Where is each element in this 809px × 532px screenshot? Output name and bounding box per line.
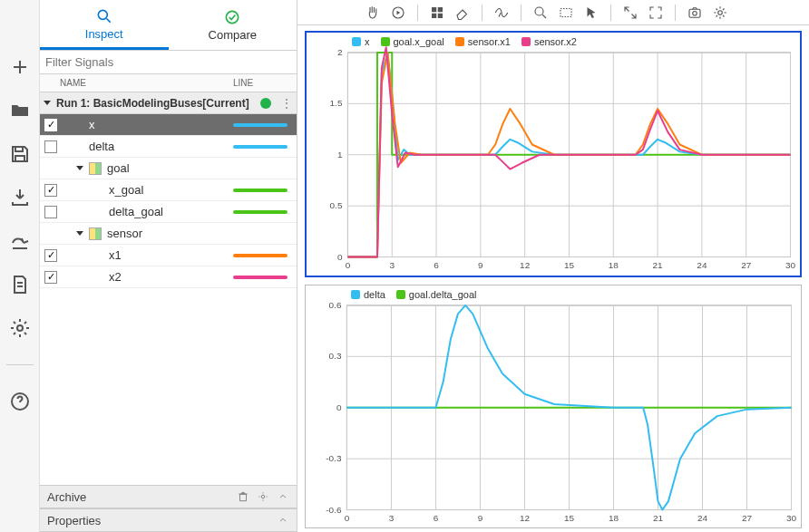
- save-icon[interactable]: [7, 141, 33, 167]
- expand-icon[interactable]: [619, 3, 642, 23]
- tab-compare[interactable]: Compare: [169, 0, 297, 50]
- gear-icon[interactable]: [257, 490, 269, 503]
- checkbox[interactable]: [44, 119, 57, 131]
- settings-icon[interactable]: [7, 315, 33, 341]
- chevron-up-icon[interactable]: [277, 514, 289, 527]
- svg-rect-8: [432, 13, 436, 17]
- properties-section[interactable]: Properties: [40, 508, 297, 532]
- archive-section[interactable]: Archive: [40, 485, 297, 508]
- line-style-swatch: [233, 189, 288, 192]
- layout-icon[interactable]: [425, 3, 449, 23]
- svg-text:18: 18: [609, 512, 619, 522]
- line-style-swatch: [233, 210, 288, 214]
- svg-text:0: 0: [346, 260, 351, 270]
- checkbox[interactable]: [44, 140, 57, 153]
- snapshot-icon[interactable]: [683, 3, 707, 23]
- plot-area: 00.511.52036912151821242730 xgoal.x_goal…: [297, 0, 809, 532]
- svg-text:30: 30: [785, 260, 796, 270]
- svg-text:9: 9: [478, 260, 483, 270]
- line-style-swatch: [233, 276, 288, 279]
- plot-toolbar: [297, 0, 809, 25]
- replay-icon[interactable]: [386, 3, 410, 23]
- group-row-goal[interactable]: goal: [40, 158, 297, 179]
- fit-icon[interactable]: [554, 3, 578, 23]
- bus-icon: [89, 162, 102, 175]
- svg-text:15: 15: [564, 260, 575, 270]
- expand-triangle-icon: [44, 101, 51, 105]
- svg-point-2: [98, 10, 107, 19]
- line-style-swatch: [233, 254, 288, 257]
- svg-point-3: [227, 11, 239, 23]
- col-line: LINE: [233, 78, 297, 88]
- run-label: Run 1: BasicModelingBuses[Current]: [56, 97, 257, 110]
- checkbox[interactable]: [44, 206, 57, 218]
- pointer-icon[interactable]: [580, 3, 603, 23]
- plot-2[interactable]: -0.6-0.300.30.6036912151821242730 deltag…: [305, 285, 802, 529]
- clear-icon[interactable]: [451, 3, 474, 23]
- import-icon[interactable]: [7, 185, 33, 210]
- run-row[interactable]: Run 1: BasicModelingBuses[Current] ⋮: [40, 92, 297, 114]
- signal-row-x-goal[interactable]: x_goal: [40, 179, 297, 201]
- plot-2-legend: deltagoal.delta_goal: [351, 289, 476, 300]
- svg-text:3: 3: [389, 260, 395, 270]
- plot-1[interactable]: 00.511.52036912151821242730 xgoal.x_goal…: [305, 31, 802, 277]
- zoom-icon[interactable]: [529, 3, 552, 23]
- legend-item: x: [352, 36, 370, 47]
- svg-text:-0.6: -0.6: [326, 504, 342, 514]
- svg-text:21: 21: [653, 512, 664, 522]
- pan-icon[interactable]: [361, 3, 385, 23]
- svg-text:18: 18: [609, 260, 619, 270]
- col-name: NAME: [40, 78, 233, 88]
- signal-row-x2[interactable]: x2: [40, 266, 297, 288]
- fullscreen-icon[interactable]: [644, 3, 668, 23]
- gear-icon[interactable]: [708, 3, 732, 23]
- svg-text:12: 12: [520, 260, 531, 270]
- run-menu-icon[interactable]: ⋮: [277, 96, 297, 111]
- cursor-icon[interactable]: [490, 3, 513, 23]
- svg-text:0.3: 0.3: [329, 351, 342, 361]
- svg-text:30: 30: [786, 512, 797, 522]
- checkbox[interactable]: [44, 249, 57, 262]
- svg-text:-0.3: -0.3: [326, 453, 342, 463]
- add-icon[interactable]: [7, 54, 33, 80]
- svg-point-0: [17, 325, 23, 331]
- help-icon[interactable]: [7, 389, 33, 414]
- legend-item: sensor.x2: [521, 36, 577, 47]
- svg-point-14: [718, 10, 723, 15]
- svg-text:12: 12: [520, 512, 531, 522]
- svg-text:6: 6: [434, 512, 439, 522]
- legend-item: goal.delta_goal: [396, 289, 477, 300]
- signal-row-x[interactable]: x: [40, 114, 297, 136]
- report-icon[interactable]: [7, 272, 33, 297]
- svg-text:27: 27: [741, 260, 752, 270]
- checkbox[interactable]: [44, 184, 57, 197]
- svg-text:9: 9: [478, 512, 483, 522]
- signal-row-x1[interactable]: x1: [40, 245, 297, 266]
- svg-rect-11: [560, 8, 571, 16]
- signal-panel: Inspect Compare NAME LINE Run 1: BasicMo…: [40, 0, 297, 532]
- left-icon-bar: [0, 0, 40, 532]
- trash-icon[interactable]: [237, 490, 249, 503]
- svg-rect-12: [689, 9, 700, 17]
- checkbox[interactable]: [44, 271, 57, 284]
- export-icon[interactable]: [7, 228, 33, 254]
- column-header: NAME LINE: [40, 74, 297, 92]
- legend-item: sensor.x1: [455, 36, 511, 47]
- tab-inspect[interactable]: Inspect: [40, 0, 169, 50]
- legend-item: goal.x_goal: [381, 36, 444, 47]
- signal-row-delta-goal[interactable]: delta_goal: [40, 201, 297, 223]
- line-style-swatch: [233, 145, 288, 149]
- svg-text:24: 24: [697, 260, 707, 270]
- tab-inspect-label: Inspect: [85, 27, 123, 41]
- signal-row-delta[interactable]: delta: [40, 136, 297, 158]
- svg-text:24: 24: [697, 512, 708, 522]
- svg-point-4: [261, 495, 265, 498]
- plot-1-legend: xgoal.x_goalsensor.x1sensor.x2: [352, 36, 577, 47]
- filter-input[interactable]: [40, 51, 297, 73]
- group-row-sensor[interactable]: sensor: [40, 223, 297, 245]
- chevron-up-icon[interactable]: [277, 490, 289, 503]
- svg-text:27: 27: [742, 512, 753, 522]
- svg-rect-6: [432, 7, 436, 12]
- svg-text:15: 15: [564, 512, 575, 522]
- folder-icon[interactable]: [7, 98, 33, 123]
